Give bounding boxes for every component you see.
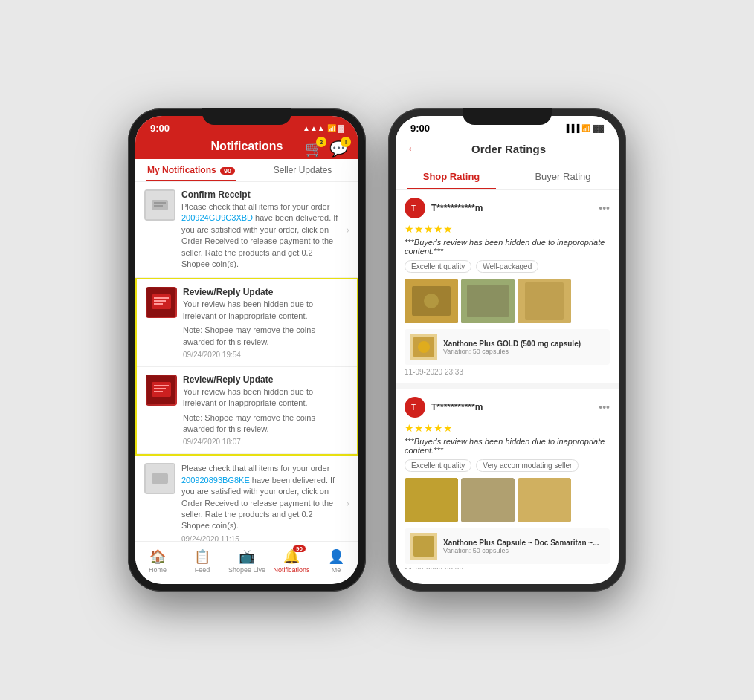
phone1-title: Notifications	[211, 140, 283, 152]
svg-rect-37	[413, 536, 434, 557]
me-icon: 👤	[328, 548, 344, 565]
notif-date-review-1: 09/24/2020 19:54	[183, 351, 348, 359]
svg-point-30	[418, 341, 430, 353]
review-photo-1a[interactable]	[405, 279, 458, 323]
review-tags-2: Excellent quality Very accommodating sel…	[405, 459, 610, 472]
more-dots-1[interactable]: •••	[599, 202, 610, 214]
svg-rect-35	[518, 478, 571, 522]
tag-excellent-1: Excellent quality	[405, 260, 471, 273]
cart-badge: 2	[316, 137, 326, 147]
feed-icon: 📋	[194, 548, 210, 565]
notif-date-review-2: 09/24/2020 18:07	[183, 438, 348, 446]
review-photo-2a[interactable]	[405, 478, 458, 522]
notif-thumb-1	[144, 189, 175, 221]
review-item-1: T T***********m ••• ★★★★★ ***Buyer's rev…	[396, 190, 619, 383]
product-name-2: Xanthone Plus Capsule ~ Doc Samaritan ~.…	[443, 539, 604, 547]
nav-home-label: Home	[149, 566, 167, 574]
notif-review-2[interactable]: Review/Reply Update Your review has been…	[137, 367, 357, 455]
notif-text-review-1: Your review has been hidden due to irrel…	[183, 299, 348, 322]
notif-note-review-2: Note: Shopee may remove the coins awarde…	[183, 412, 348, 435]
notif-thumb-2	[144, 463, 175, 494]
notif-link-1[interactable]: 200924GU9C3XBD	[181, 213, 253, 222]
signal-icon: ▲▲▲	[303, 124, 325, 132]
svg-text:T: T	[411, 204, 416, 213]
reviewer-row-1: T T***********m •••	[405, 198, 610, 218]
battery-icon: ▓	[338, 124, 344, 132]
reviewer-avatar-2: T	[405, 397, 425, 418]
review-photo-2c[interactable]	[518, 478, 571, 522]
product-thumb-2	[410, 533, 437, 560]
nav-me[interactable]: 👤 Me	[314, 542, 358, 584]
chat-icon[interactable]: 💬!	[329, 140, 348, 158]
review-photo-2b[interactable]	[461, 478, 515, 522]
notif-content-1: Confirm Receipt Please check that all it…	[181, 189, 340, 270]
reviewer-avatar-1: T	[405, 198, 425, 218]
notif-confirm-receipt-2[interactable]: Please check that all items for your ord…	[135, 456, 358, 551]
nav-feed-label: Feed	[195, 566, 210, 574]
svg-rect-27	[525, 282, 564, 320]
status-icons-1: ▲▲▲ 📶 ▓	[303, 124, 344, 132]
notif-note-review-1: Note: Shopee may remove the coins awarde…	[183, 325, 348, 348]
bell-icon: 🔔90	[283, 548, 300, 565]
tab-my-notifications[interactable]: My Notifications 90	[135, 159, 247, 181]
notif-chevron-1: ›	[346, 224, 349, 236]
nav-shopee-live[interactable]: 📺 Shopee Live	[225, 542, 269, 584]
product-variant-1: Variation: 50 capsules	[443, 348, 604, 355]
nav-feed[interactable]: 📋 Feed	[180, 542, 225, 584]
review-tags-1: Excellent quality Well-packaged	[405, 260, 610, 273]
more-dots-2[interactable]: •••	[599, 401, 610, 413]
tab-buyer-rating[interactable]: Buyer Rating	[507, 163, 619, 189]
svg-rect-15	[152, 473, 168, 484]
nav-me-label: Me	[332, 566, 341, 574]
notch-2	[463, 108, 552, 125]
nav-home[interactable]: 🏠 Home	[135, 542, 180, 584]
product-row-2: Xanthone Plus Capsule ~ Doc Samaritan ~.…	[405, 528, 610, 564]
svg-rect-8	[154, 303, 163, 305]
notif-title-review-1: Review/Reply Update	[183, 287, 348, 297]
cart-icon[interactable]: 🛒2	[305, 140, 323, 158]
back-arrow-icon[interactable]: ←	[406, 141, 419, 157]
review-photo-1b[interactable]	[461, 279, 515, 323]
phone-notifications: 9:00 ▲▲▲ 📶 ▓ Notifications 🛒2 💬! My Noti	[128, 108, 366, 592]
notif-text-1: Please check that all items for your ord…	[181, 201, 340, 270]
tab-shop-rating[interactable]: Shop Rating	[396, 163, 507, 189]
header-icons: 🛒2 💬!	[305, 140, 348, 158]
phone1-header: Notifications 🛒2 💬!	[135, 137, 358, 159]
wifi-icon-2: 📶	[581, 124, 590, 132]
notif-content-review-1: Review/Reply Update Your review has been…	[183, 287, 348, 359]
notif-text-cr2: Please check that all items for your ord…	[181, 463, 340, 531]
review-hidden-2: ***Buyer's review has been hidden due to…	[405, 437, 610, 455]
notif-confirm-receipt[interactable]: Confirm Receipt Please check that all it…	[135, 182, 358, 278]
notifications-tabs: My Notifications 90 Seller Updates	[135, 159, 358, 182]
notif-review-1[interactable]: Review/Reply Update Your review has been…	[137, 279, 357, 367]
reviewer-name-1: T***********m	[431, 203, 599, 213]
battery-icon-2: ▓▓	[593, 124, 604, 132]
phone2-title: Order Ratings	[427, 143, 608, 155]
nav-notif-badge: 90	[293, 545, 306, 552]
stars-1: ★★★★★	[405, 223, 610, 235]
reviewer-row-2: T T***********m •••	[405, 397, 610, 418]
notif-title-1: Confirm Receipt	[181, 189, 340, 200]
svg-rect-12	[154, 388, 166, 389]
svg-rect-25	[467, 285, 509, 317]
svg-rect-7	[154, 300, 166, 302]
phones-container: 9:00 ▲▲▲ 📶 ▓ Notifications 🛒2 💬! My Noti	[113, 94, 641, 606]
tag-accommodating: Very accommodating seller	[476, 459, 579, 472]
stars-2: ★★★★★	[405, 422, 610, 434]
review-photos-2	[405, 478, 610, 522]
product-name-1: Xanthone Plus GOLD (500 mg capsule)	[443, 340, 604, 348]
tag-excellent-2: Excellent quality	[405, 459, 471, 472]
product-info-1: Xanthone Plus GOLD (500 mg capsule) Vari…	[443, 340, 604, 355]
phone2-header: ← Order Ratings	[396, 137, 619, 163]
tab-seller-updates[interactable]: Seller Updates	[247, 159, 358, 181]
review-item-2: T T***********m ••• ★★★★★ ***Buyer's rev…	[396, 389, 619, 569]
product-thumb-1	[410, 334, 437, 360]
time-2: 9:00	[410, 123, 430, 134]
nav-notifications[interactable]: 🔔90 Notifications	[269, 542, 314, 584]
tag-packaged-1: Well-packaged	[476, 260, 538, 273]
review-photo-1c[interactable]	[518, 279, 571, 323]
notifications-list: Confirm Receipt Please check that all it…	[135, 182, 358, 561]
highlighted-group: Review/Reply Update Your review has been…	[135, 278, 358, 456]
notif-thumb-review-1	[146, 287, 177, 318]
notif-link-2[interactable]: 200920893BG8KE	[181, 476, 250, 485]
